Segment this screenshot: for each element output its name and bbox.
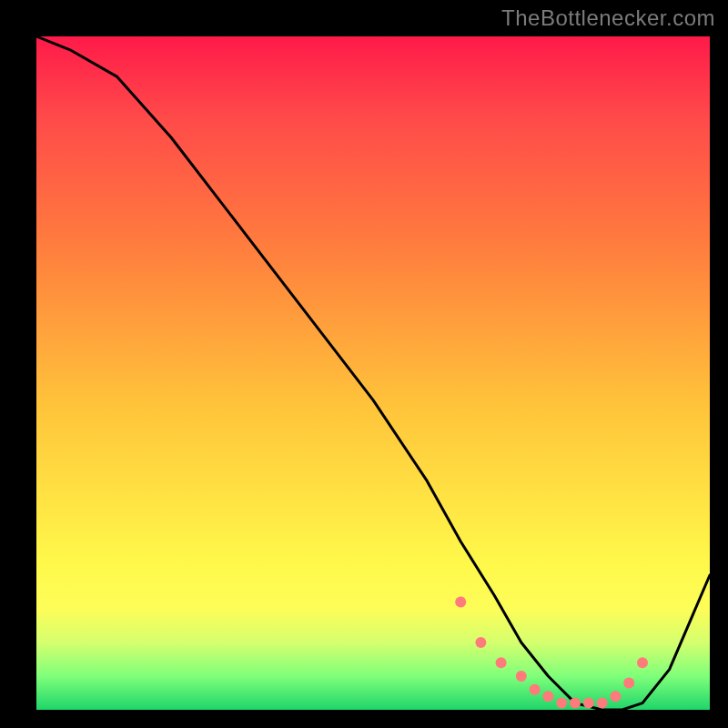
curve-marker [542, 691, 553, 702]
curve-marker [637, 657, 648, 668]
watermark-text: TheBottlenecker.com [501, 5, 715, 31]
curve-marker [516, 671, 527, 682]
plot-area [36, 36, 710, 710]
curve-marker [455, 597, 466, 608]
curve-marker [556, 698, 567, 709]
chart-frame: TheBottlenecker.com [0, 0, 728, 728]
curve-marker [597, 698, 608, 709]
curve-marker [623, 677, 634, 688]
curve-marker [610, 691, 621, 702]
curve-layer [36, 36, 710, 710]
curve-marker [496, 657, 507, 668]
curve-marker [475, 637, 486, 648]
bottleneck-curve [36, 36, 710, 710]
curve-marker [583, 698, 594, 709]
curve-marker [530, 684, 541, 695]
curve-marker [570, 698, 581, 709]
